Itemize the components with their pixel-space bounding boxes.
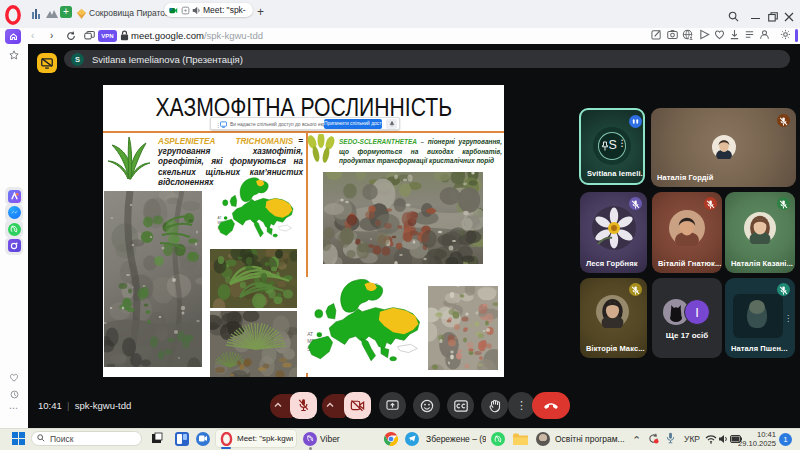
svg-text:AT: AT (307, 332, 313, 337)
svg-text:AT: AT (217, 216, 221, 220)
